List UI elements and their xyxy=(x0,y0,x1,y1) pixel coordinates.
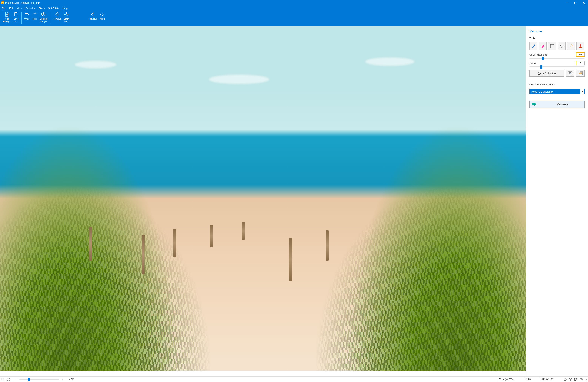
info-icon[interactable] xyxy=(563,377,567,382)
document-plus-icon xyxy=(4,12,10,17)
svg-rect-24 xyxy=(580,46,581,47)
zoom-slider[interactable] xyxy=(20,379,59,380)
zoom-out-button[interactable]: − xyxy=(14,377,18,382)
zoom-actual-button[interactable] xyxy=(1,377,5,382)
undo-icon xyxy=(24,12,30,17)
svg-line-18 xyxy=(570,45,572,47)
gear-icon xyxy=(64,12,69,17)
history-icon xyxy=(41,12,46,17)
svg-point-10 xyxy=(66,14,67,15)
menu-softorbits[interactable]: SoftOrbits xyxy=(48,7,59,10)
tool-rect-select[interactable] xyxy=(548,42,556,50)
save-selection-button[interactable] xyxy=(566,70,574,77)
remove-button[interactable]: Remove xyxy=(52,11,63,21)
object-removing-mode-label: Object Removing Mode xyxy=(529,83,585,86)
maximize-button[interactable] xyxy=(571,0,580,6)
eraser-icon xyxy=(54,12,60,17)
facebook-icon[interactable] xyxy=(568,377,572,382)
svg-point-36 xyxy=(565,378,565,379)
svg-rect-23 xyxy=(579,47,582,48)
image-canvas[interactable] xyxy=(0,26,526,371)
menu-view[interactable]: View xyxy=(17,7,22,10)
format-label: JPG xyxy=(526,378,531,381)
svg-rect-7 xyxy=(15,15,17,16)
object-removing-mode-dropdown[interactable]: Texture generation ▾ xyxy=(529,89,585,94)
svg-rect-25 xyxy=(580,45,581,46)
original-image-button[interactable]: OriginalImage xyxy=(39,11,48,23)
tool-magic-wand[interactable] xyxy=(567,42,575,50)
zoom-in-button[interactable]: + xyxy=(60,377,64,382)
svg-marker-11 xyxy=(91,13,95,16)
next-button[interactable]: Next xyxy=(99,11,106,21)
tool-eraser[interactable] xyxy=(539,42,547,50)
youtube-icon[interactable] xyxy=(579,377,583,382)
time-label: Time (s): 37.6 xyxy=(499,378,514,381)
arrow-right-bold-icon xyxy=(532,102,536,107)
save-icon xyxy=(13,12,19,17)
svg-line-33 xyxy=(3,380,4,381)
dilate-slider[interactable] xyxy=(529,67,585,67)
color-fuzziness-slider[interactable] xyxy=(529,58,585,59)
previous-button[interactable]: Previous xyxy=(87,11,99,21)
window-title: Photo Stamp Remover - thin.jpg* xyxy=(5,1,563,4)
add-files-button[interactable]: AddFile(s)… xyxy=(1,11,12,23)
undo-button[interactable]: Undo xyxy=(23,11,31,21)
arrow-right-icon xyxy=(100,12,105,17)
color-fuzziness-value[interactable]: 50 xyxy=(576,52,585,57)
menu-file[interactable]: File xyxy=(2,7,6,10)
svg-point-19 xyxy=(572,45,572,45)
save-as-button[interactable]: Saveas… xyxy=(12,11,20,23)
close-button[interactable] xyxy=(580,0,588,6)
redo-button[interactable]: Redo xyxy=(31,11,39,21)
twitter-icon[interactable] xyxy=(574,377,578,382)
tool-lasso[interactable] xyxy=(558,42,566,50)
menu-tools[interactable]: Tools xyxy=(39,7,45,10)
status-bar: − + 47% Time (s): 37.6 JPG 1920x1281 xyxy=(0,376,588,382)
arrow-left-icon xyxy=(90,12,96,17)
menu-bar: File Edit View Selection Tools SoftOrbit… xyxy=(0,6,588,11)
svg-rect-6 xyxy=(15,13,17,14)
svg-rect-29 xyxy=(570,72,570,73)
tool-marker[interactable] xyxy=(529,42,537,50)
dilate-value[interactable]: 2 xyxy=(576,61,585,65)
tools-row xyxy=(529,42,585,50)
svg-point-22 xyxy=(573,44,573,45)
svg-rect-26 xyxy=(580,44,581,45)
svg-point-21 xyxy=(571,44,572,45)
redo-icon xyxy=(32,12,37,17)
title-bar: Photo Stamp Remover - thin.jpg* xyxy=(0,0,588,6)
chevron-down-icon[interactable]: ▾ xyxy=(580,89,584,94)
dilate-label: Dilate xyxy=(529,62,575,65)
svg-rect-1 xyxy=(574,2,576,4)
panel-heading: Remove xyxy=(529,29,585,33)
svg-marker-39 xyxy=(581,379,581,380)
resize-grip[interactable] xyxy=(584,379,587,382)
remove-action-button[interactable]: Remove xyxy=(529,101,585,108)
object-removing-mode-value: Texture generation xyxy=(530,89,580,94)
svg-point-32 xyxy=(1,378,3,380)
svg-marker-12 xyxy=(100,13,104,16)
batch-mode-button[interactable]: BatchMode xyxy=(63,11,71,23)
svg-point-20 xyxy=(572,46,573,46)
minimize-button[interactable] xyxy=(563,0,571,6)
load-selection-button[interactable] xyxy=(576,70,585,77)
menu-selection[interactable]: Selection xyxy=(25,7,36,10)
zoom-percent-label: 47% xyxy=(69,378,74,381)
svg-line-9 xyxy=(56,14,58,16)
fit-screen-button[interactable] xyxy=(6,377,10,382)
menu-help[interactable]: Help xyxy=(63,7,67,10)
app-icon xyxy=(1,1,4,4)
dimensions-label: 1920x1281 xyxy=(542,378,553,381)
clear-selection-button[interactable]: Clear Selection xyxy=(529,70,564,77)
svg-rect-17 xyxy=(550,44,554,48)
toolbar: AddFile(s)… Saveas… Undo Redo xyxy=(0,11,588,26)
tools-label: Tools xyxy=(529,37,585,40)
menu-edit[interactable]: Edit xyxy=(9,7,13,10)
svg-marker-31 xyxy=(532,103,536,106)
remove-panel: Remove Tools xyxy=(526,26,588,376)
color-fuzziness-label: Color Fuzziness xyxy=(529,53,575,56)
tool-clone-stamp[interactable] xyxy=(576,42,584,50)
